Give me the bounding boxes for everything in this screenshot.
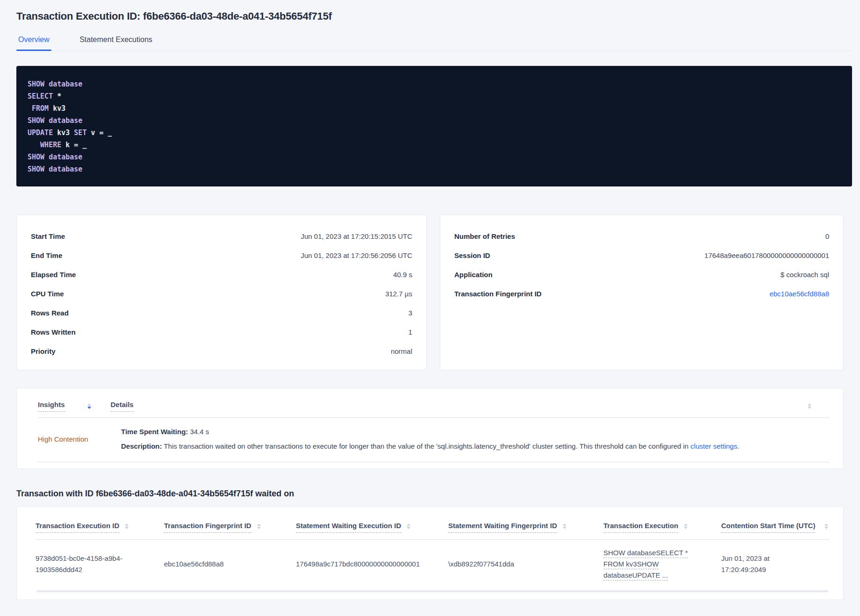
summary-row: Priority normal [31,346,412,357]
sql-line: SELECT * [28,90,838,102]
transaction-execution-preview-link[interactable]: SHOW databaseSELECT * FROM kv3SHOW datab… [603,547,721,581]
header-cell: Statement Waiting Fingerprint ID [448,522,603,533]
sort-up-icon [824,523,828,526]
sql-token: WHERE [28,141,61,149]
sql-token: SHOW database [28,153,82,161]
description-text: This transaction waited on other transac… [162,442,691,450]
sql-token: kv3 [53,129,74,137]
page-title: Transaction Execution ID: f6be6366-da03-… [16,0,844,22]
sql-preview-line: FROM kv3SHOW [603,559,707,570]
sql-token: k = _ [61,141,86,149]
sql-token: SELECT [28,92,53,100]
elapsed-time-value: 40.9 s [393,269,412,280]
insights-table-card: Insights Details High Contention Time Sp… [16,388,844,469]
rows-written-value: 1 [408,327,412,337]
end-time-value: Jun 01, 2023 at 17:20:56:2056 UTC [301,250,412,261]
waited-on-table-card: Transaction Execution ID Transaction Fin… [16,506,844,600]
summary-label: Elapsed Time [31,269,76,280]
waiting-label: Time Spent Waiting: [121,428,188,436]
sql-token: * [53,92,61,100]
summary-row: Session ID 17648a9eea6017800000000000000… [454,250,829,261]
sql-preview-line: databaseUPDATE ... [603,570,707,581]
contention-start-time-cell: Jun 01, 2023 at 17:20:49:2049 [721,553,829,575]
sort-down-icon [808,407,811,409]
sort-up-icon [808,403,811,406]
timing-summary-card: Start Time Jun 01, 2023 at 17:20:15:2015… [16,215,427,370]
summary-label: Session ID [454,250,490,261]
summary-row: Rows Written 1 [31,327,412,337]
sort-button[interactable] [808,403,811,409]
transaction-fingerprint-id-column-header[interactable]: Transaction Fingerprint ID [164,522,251,533]
sort-up-icon [125,523,129,526]
summary-row: Number of Retries 0 [454,231,829,242]
sql-token: UPDATE [28,129,53,137]
transaction-execution-id-column-header[interactable]: Transaction Execution ID [36,522,119,533]
number-of-retries-value: 0 [825,231,829,242]
sort-up-icon [257,523,261,526]
header-cell: Statement Waiting Execution ID [296,522,448,533]
sql-line: SHOW database [28,115,838,127]
summary-row: Start Time Jun 01, 2023 at 17:20:15:2015… [31,231,412,242]
summary-label: Rows Read [31,308,69,318]
insight-type-badge: High Contention [38,435,121,443]
summary-label: Rows Written [31,327,76,337]
transaction-sql-statements: SHOW database SELECT * FROM kv3 SHOW dat… [16,66,852,186]
waiting-value: 34.4 s [188,428,209,436]
transaction-fingerprint-id-cell: ebc10ae56cfd88a8 [164,559,296,570]
sort-up-icon [407,523,410,526]
insights-column-header[interactable]: Insights [38,401,65,412]
sort-up-icon [684,523,688,526]
summary-label: Transaction Fingerprint ID [454,288,542,299]
start-time-value: Jun 01, 2023 at 17:20:15:2015 UTC [301,231,412,242]
sort-button[interactable] [407,523,410,529]
sql-line: WHERE k = _ [28,139,838,151]
header-cell: Transaction Execution [603,522,721,533]
summary-label: Priority [31,346,56,357]
summary-row: Rows Read 3 [31,308,412,318]
sql-line: SHOW database [28,78,838,90]
statement-waiting-fingerprint-id-cell: \xdb8922f077541dda [448,559,603,570]
insight-description: Description: This transaction waited on … [121,441,829,451]
session-summary-card: Number of Retries 0 Session ID 17648a9ee… [440,215,844,370]
waited-on-heading: Transaction with ID f6be6366-da03-48de-a… [16,489,844,499]
sort-button[interactable] [257,523,261,529]
summary-row: CPU Time 312.7 µs [31,288,412,299]
sort-up-icon [87,403,91,406]
transaction-fingerprint-id-link[interactable]: ebc10ae56cfd88a8 [769,288,829,299]
sql-line: SHOW database [28,151,838,163]
description-suffix: . [737,442,739,450]
tab-bar: Overview Statement Executions [16,36,852,51]
sort-button[interactable] [87,403,91,409]
sort-up-icon [563,523,566,526]
tab-overview[interactable]: Overview [16,36,51,50]
insight-row: High Contention Time Spent Waiting: 34.4… [38,418,829,462]
session-id-value: 17648a9eea6017800000000000000001 [704,250,829,261]
horizontal-scrollbar[interactable] [36,590,828,592]
details-column-header[interactable]: Details [111,401,134,412]
sort-down-icon [125,527,129,529]
transaction-execution-column-header[interactable]: Transaction Execution [603,522,678,533]
insight-details: Time Spent Waiting: 34.4 s Description: … [121,426,829,451]
sql-token: FROM [28,104,49,113]
sort-down-icon [824,527,828,529]
sort-button[interactable] [824,523,828,529]
tab-statement-executions[interactable]: Statement Executions [78,36,154,50]
cluster-settings-link[interactable]: cluster settings [690,442,737,450]
sort-down-icon [684,527,688,529]
sql-token: SHOW database [28,80,82,88]
sort-down-icon [407,527,410,529]
sql-token: SET [74,129,86,137]
contention-start-time-column-header[interactable]: Contention Start Time (UTC) [721,522,815,533]
statement-waiting-execution-id-cell: 176498a9c717bdc80000000000000001 [296,559,448,570]
sort-button[interactable] [125,523,129,529]
header-cell: Contention Start Time (UTC) [721,522,829,533]
sort-button[interactable] [563,523,566,529]
statement-waiting-fingerprint-id-column-header[interactable]: Statement Waiting Fingerprint ID [448,522,557,533]
header-cell: Transaction Execution ID [36,522,164,533]
summary-label: Start Time [31,231,65,242]
sql-line: SHOW database [28,163,838,175]
statement-waiting-execution-id-column-header[interactable]: Statement Waiting Execution ID [296,522,401,533]
sort-button[interactable] [684,523,688,529]
summary-label: Number of Retries [454,231,515,242]
sql-line: UPDATE kv3 SET v = _ [28,127,838,139]
